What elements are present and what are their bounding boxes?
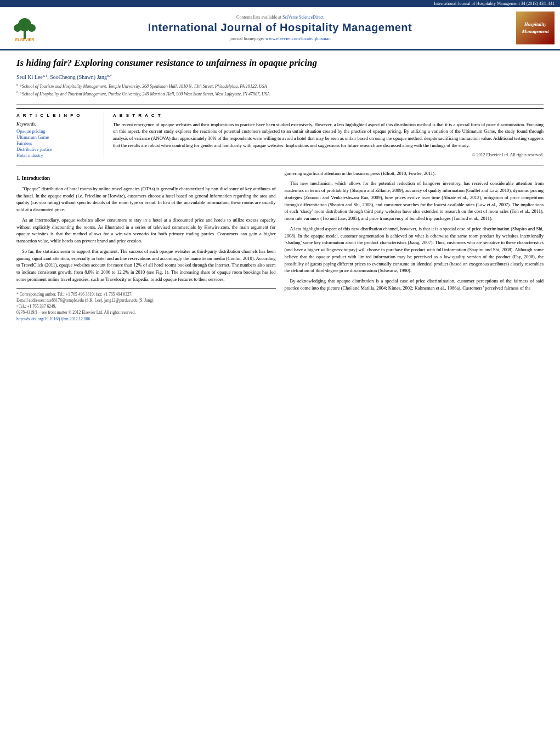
keyword-fairness[interactable]: Fairness [16, 140, 98, 146]
journal-title-block: Contents lists available at SciVerse Sci… [49, 15, 511, 41]
journal-header: ELSEVIER Contents lists available at Sci… [0, 7, 560, 50]
article-info-panel: A R T I C L E I N F O Keywords: Opaque p… [16, 113, 104, 159]
keyword-hotel[interactable]: Hotel industry [16, 152, 98, 158]
journal-citation: International Journal of Hospitality Man… [434, 1, 555, 6]
para1: "Opaque" distribution of hotel rooms by … [16, 185, 276, 213]
sciverse-line: Contents lists available at SciVerse Sci… [49, 15, 511, 20]
svg-point-4 [28, 24, 36, 32]
journal-citation-bar: International Journal of Hospitality Man… [0, 0, 560, 7]
abstract-title: A B S T R A C T [113, 113, 544, 118]
affiliation-a: a ᵃ School of Tourism and Hospitality Ma… [16, 82, 544, 90]
tel-note: ¹ Tel.: +1 765 337 6249. [16, 303, 276, 309]
keyword-opaque-pricing[interactable]: Opaque pricing [16, 128, 98, 134]
para4: This new mechanism, which allows for the… [285, 180, 544, 222]
para3-right: garnering significant attention in the b… [285, 170, 544, 177]
svg-text:ELSEVIER: ELSEVIER [15, 38, 35, 42]
copyright: © 2012 Elsevier Ltd. All rights reserved… [113, 152, 544, 157]
email-note: E-mail addresses: tue88176@temple.edu (S… [16, 297, 276, 303]
abstract-panel: A B S T R A C T The recent emergence of … [113, 113, 544, 159]
doi-line: http://dx.doi.org/10.1016/j.ijhm.2012.12… [16, 316, 276, 322]
left-column: 1. Introduction "Opaque" distribution of… [16, 170, 276, 322]
info-abstract-row: A R T I C L E I N F O Keywords: Opaque p… [16, 108, 544, 159]
affiliation-b: b ᵇ School of Hospitality and Tourism Ma… [16, 90, 544, 98]
keyword-distributive[interactable]: Distributive justice [16, 146, 98, 152]
section1-heading: 1. Introduction [16, 174, 276, 182]
para6: By acknowledging that opaque distributio… [285, 278, 544, 292]
keyword-ultimatum[interactable]: Ultimatum Game [16, 134, 98, 140]
author-names: Seul Ki Leea,1, SooCheong (Shawn) Jangb,… [16, 74, 112, 80]
main-body: 1. Introduction "Opaque" distribution of… [16, 170, 544, 322]
keyword-list: Opaque pricing Ultimatum Game Fairness D… [16, 128, 98, 158]
para5: A less highlighted aspect of this new di… [285, 225, 544, 274]
article-title: Is hiding fair? Exploring consumer resis… [16, 57, 544, 69]
para2: As an intermediary, opaque websites allo… [16, 217, 276, 245]
license-note: 0278-4319/$ – see front matter © 2012 El… [16, 309, 276, 315]
article-body: Is hiding fair? Exploring consumer resis… [0, 50, 560, 329]
para3-left: So far, the statistics seem to support t… [16, 248, 276, 283]
doi-link[interactable]: http://dx.doi.org/10.1016/j.ijhm.2012.12… [16, 316, 90, 321]
article-divider [16, 104, 544, 105]
sciverse-link[interactable]: SciVerse ScienceDirect [282, 15, 324, 20]
svg-point-3 [14, 24, 21, 32]
hospitality-logo: HospitalityManagement [516, 12, 555, 44]
page-wrapper: International Journal of Hospitality Man… [0, 0, 560, 741]
article-info-title: A R T I C L E I N F O [16, 113, 98, 118]
body-divider [16, 165, 544, 166]
journal-homepage-link[interactable]: www.elsevier.com/locate/ijhosman [265, 36, 331, 41]
corresponding-note: * Corresponding author. Tel.: +1 765 496… [16, 291, 276, 297]
journal-title: International Journal of Hospitality Man… [49, 21, 511, 34]
abstract-text: The recent emergence of opaque websites … [113, 121, 544, 149]
footer-notes: * Corresponding author. Tel.: +1 765 496… [16, 289, 276, 322]
elsevier-logo: ELSEVIER [5, 13, 44, 44]
keywords-label: Keywords: [16, 121, 98, 127]
journal-homepage-line: journal homepage: www.elsevier.com/locat… [49, 36, 511, 41]
affiliations: a ᵃ School of Tourism and Hospitality Ma… [16, 82, 544, 97]
right-column: garnering significant attention in the b… [285, 170, 544, 322]
authors: Seul Ki Leea,1, SooCheong (Shawn) Jangb,… [16, 73, 544, 80]
